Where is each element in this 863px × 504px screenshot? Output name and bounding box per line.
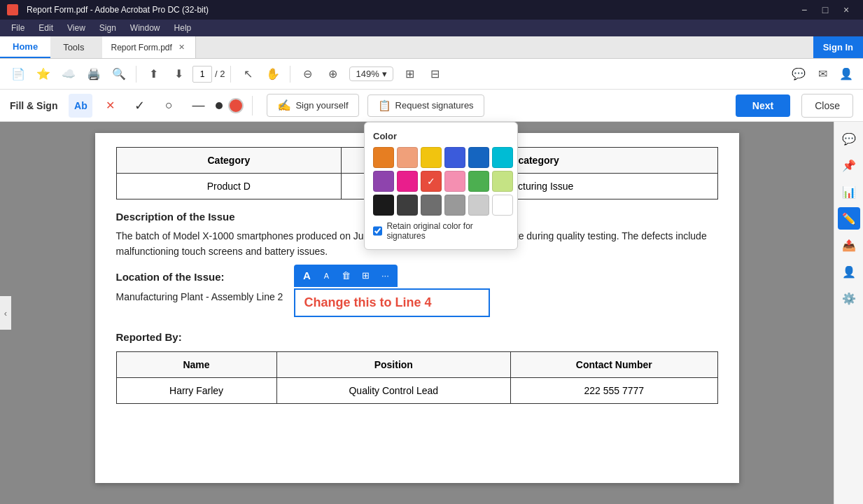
cursor-tool[interactable]: ↖	[237, 63, 259, 85]
minimize-button[interactable]: −	[794, 0, 814, 20]
search-button[interactable]: 🔍	[108, 63, 130, 85]
color-swatch-lightpink[interactable]	[444, 171, 465, 192]
color-swatch-blue[interactable]	[444, 147, 465, 168]
share-icon[interactable]: ✉	[813, 64, 832, 84]
zoom-out-button[interactable]: ⊖	[296, 63, 318, 85]
location-header: Location of the Issue:	[116, 271, 718, 283]
next-page-button[interactable]: ⬇	[167, 63, 190, 85]
color-swatch-cyan[interactable]	[492, 147, 513, 168]
clear-tool-button[interactable]: ✕	[98, 94, 122, 118]
tab-tools[interactable]: Tools	[50, 36, 97, 58]
tab-file-close[interactable]: ✕	[176, 42, 187, 52]
color-swatch-darkgray[interactable]	[397, 195, 418, 216]
position-column-header: Position	[276, 351, 510, 377]
color-swatch-yellow[interactable]	[421, 147, 442, 168]
color-swatch-gray[interactable]	[421, 195, 442, 216]
menu-help[interactable]: Help	[169, 22, 197, 34]
dot-tool[interactable]	[216, 102, 223, 109]
font-smaller-button[interactable]: A	[318, 267, 335, 284]
window-close-button[interactable]: ×	[836, 0, 856, 20]
menu-bar: File Edit View Sign Window Help	[0, 20, 863, 36]
tab-bar: Home Tools Report Form.pdf ✕ Sign In	[0, 36, 863, 59]
cloud-button[interactable]: ☁️	[57, 63, 80, 85]
rp-comment-icon[interactable]: 💬	[838, 127, 860, 150]
color-swatch-lightgreen[interactable]	[492, 171, 513, 192]
color-swatch-orange[interactable]	[373, 147, 394, 168]
zoom-chevron: ▾	[382, 69, 387, 79]
right-panel: 💬 📌 📊 ✏️ 📤 👤 ⚙️	[834, 122, 863, 504]
reporter-name: Harry Farley	[116, 377, 276, 403]
reporter-row: Harry Farley Quality Control Lead 222 55…	[116, 377, 717, 403]
hand-tool[interactable]: ✋	[262, 63, 284, 85]
color-picker-button[interactable]	[228, 98, 244, 113]
color-swatch-lightorange[interactable]	[397, 147, 418, 168]
sign-yourself-button[interactable]: ✍ Sign yourself	[267, 94, 358, 117]
request-signatures-button[interactable]: 📋 Request signatures	[367, 94, 484, 117]
toolbar-divider-1	[136, 66, 136, 83]
close-fill-sign-button[interactable]: Close	[801, 94, 853, 118]
text-box-container: A A 🗑 ⊞ ··· Change this to Line 4	[294, 288, 490, 317]
color-swatch-pink[interactable]	[397, 171, 418, 192]
next-button[interactable]: Next	[736, 94, 790, 117]
sign-yourself-label: Sign yourself	[295, 100, 348, 111]
tab-file[interactable]: Report Form.pdf ✕	[102, 36, 195, 58]
page-number-input[interactable]: 1	[192, 66, 212, 83]
rp-settings-icon[interactable]: ⚙️	[838, 287, 860, 309]
prev-page-button[interactable]: ⬆	[142, 63, 164, 85]
rp-user-icon[interactable]: 👤	[838, 260, 860, 283]
menu-file[interactable]: File	[6, 22, 30, 34]
color-swatch-white[interactable]	[492, 195, 513, 216]
text-tool-label: Ab	[74, 100, 87, 111]
fs-divider	[252, 96, 253, 115]
rp-chart-icon[interactable]: 📊	[838, 181, 860, 203]
retain-color-checkbox[interactable]	[373, 226, 382, 236]
color-swatch-medgray[interactable]	[444, 195, 465, 216]
line-tool-button[interactable]: —	[186, 94, 210, 118]
title-bar-text: Report Form.pdf - Adobe Acrobat Pro DC (…	[27, 5, 209, 15]
text-input-box[interactable]: Change this to Line 4	[294, 288, 490, 317]
request-sig-label: Request signatures	[395, 100, 474, 111]
rp-sign-icon[interactable]: ✏️	[838, 207, 860, 230]
move-text-button[interactable]: ⊞	[357, 267, 374, 284]
menu-view[interactable]: View	[62, 22, 91, 34]
zoom-in-button[interactable]: ⊕	[321, 63, 344, 85]
rp-bookmark-icon[interactable]: 📌	[838, 154, 860, 176]
color-swatch-black[interactable]	[373, 195, 394, 216]
color-swatch-green[interactable]	[468, 171, 489, 192]
category-header: Category	[116, 148, 342, 174]
layout-button[interactable]: ⊟	[424, 63, 447, 85]
restore-button[interactable]: □	[815, 0, 835, 20]
color-swatch-lightgray[interactable]	[468, 195, 489, 216]
menu-window[interactable]: Window	[125, 22, 166, 34]
color-popup-title: Color	[373, 131, 509, 141]
zoom-value: 149%	[356, 69, 379, 79]
bookmark-button[interactable]: ⭐	[32, 63, 55, 85]
color-swatch-darkblue[interactable]	[468, 147, 489, 168]
tab-home-label: Home	[13, 41, 38, 52]
tab-home[interactable]: Home	[0, 36, 50, 58]
color-swatch-purple[interactable]	[373, 171, 394, 192]
text-edit-toolbar: A A 🗑 ⊞ ···	[294, 265, 398, 287]
color-swatch-red[interactable]: ✓	[421, 171, 442, 192]
text-tool-button[interactable]: Ab	[69, 94, 92, 118]
menu-edit[interactable]: Edit	[33, 22, 59, 34]
checkmark-tool-button[interactable]: ✓	[127, 94, 151, 118]
circle-tool-button[interactable]: ○	[157, 94, 181, 118]
rp-share-icon[interactable]: 📤	[838, 234, 860, 256]
sign-in-button[interactable]: Sign In	[813, 36, 863, 58]
right-toolbar: 💬 ✉ 👤	[789, 64, 856, 84]
color-grid: ✓	[373, 147, 509, 216]
create-button[interactable]: 📄	[7, 63, 29, 85]
profile-icon[interactable]: 👤	[836, 64, 856, 84]
retain-color-row: Retain original color for signatures	[373, 221, 509, 241]
comment-icon[interactable]: 💬	[789, 64, 808, 84]
font-larger-button[interactable]: A	[298, 267, 315, 284]
menu-sign[interactable]: Sign	[94, 22, 122, 34]
delete-text-button[interactable]: 🗑	[337, 267, 354, 284]
more-options-button[interactable]: ···	[377, 267, 393, 284]
page-left-arrow[interactable]: ‹	[0, 296, 11, 330]
zoom-level-display[interactable]: 149% ▾	[349, 66, 393, 81]
fill-sign-label: Fill & Sign	[10, 100, 57, 111]
fit-page-button[interactable]: ⊞	[399, 63, 421, 85]
print-button[interactable]: 🖨️	[83, 63, 105, 85]
